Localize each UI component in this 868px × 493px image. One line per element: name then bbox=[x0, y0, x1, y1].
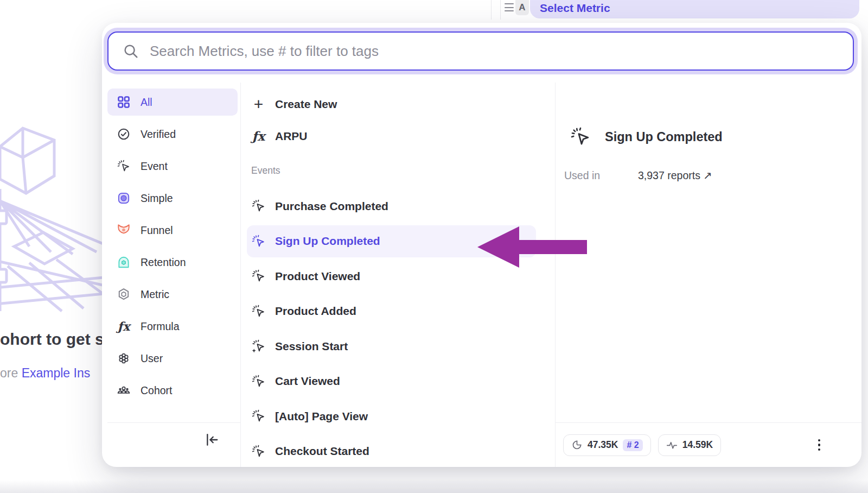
example-insights-link[interactable]: Example Ins bbox=[22, 366, 91, 380]
event-cursor-icon bbox=[251, 374, 266, 389]
sidebar-item-retention[interactable]: Retention bbox=[107, 249, 238, 276]
series-a-badge: A bbox=[515, 0, 529, 15]
page-bottom-fade bbox=[0, 480, 868, 493]
select-metric-button[interactable]: Select Metric bbox=[530, 0, 859, 18]
create-new-label: Create New bbox=[275, 98, 337, 111]
drag-handle-icon[interactable] bbox=[505, 3, 514, 11]
list-item-event-selected[interactable]: Sign Up Completed bbox=[247, 225, 536, 257]
list-item-arpu[interactable]: ƒx ARPU bbox=[247, 120, 536, 152]
list-item-event[interactable]: Purchase Completed bbox=[247, 190, 536, 222]
panel-border-line bbox=[500, 0, 501, 20]
formula-icon: ƒx bbox=[251, 129, 266, 143]
list-item-label: [Auto] Page View bbox=[275, 410, 368, 423]
background-illustration bbox=[0, 124, 110, 314]
sidebar-item-all[interactable]: All bbox=[107, 89, 238, 116]
stat-value: 47.35K bbox=[588, 439, 618, 451]
list-item-label: Purchase Completed bbox=[275, 200, 388, 213]
list-item-event[interactable]: Session Start bbox=[247, 330, 536, 362]
create-new-button[interactable]: + Create New bbox=[247, 88, 536, 120]
list-item-event[interactable]: Product Added bbox=[247, 295, 536, 327]
total-count-badge[interactable]: 47.35K # 2 bbox=[563, 434, 651, 456]
list-item-label: Cart Viewed bbox=[275, 375, 340, 388]
formula-icon: ƒx bbox=[117, 319, 131, 333]
sidebar-item-label: Simple bbox=[141, 192, 173, 205]
event-cursor-icon bbox=[251, 269, 266, 283]
list-item-label: Session Start bbox=[275, 340, 348, 353]
sidebar-item-event[interactable]: Event bbox=[107, 153, 238, 180]
pie-chart-icon bbox=[571, 439, 583, 451]
event-cursor-icon bbox=[570, 126, 591, 148]
sidebar-item-label: All bbox=[141, 96, 152, 109]
list-item-label: ARPU bbox=[275, 130, 308, 143]
list-item-event[interactable]: Checkout Started bbox=[247, 435, 536, 467]
plus-icon: + bbox=[251, 97, 266, 111]
list-item-label: Product Added bbox=[275, 305, 356, 318]
event-cursor-icon bbox=[251, 234, 266, 249]
metric-type-sidebar: All Verified Event Simple Funnel Retenti… bbox=[107, 89, 238, 409]
user-cluster-icon bbox=[117, 351, 131, 365]
search-input[interactable] bbox=[150, 43, 839, 60]
retention-icon bbox=[117, 255, 131, 269]
sidebar-item-formula[interactable]: ƒx Formula bbox=[107, 313, 238, 340]
sidebar-item-label: Funnel bbox=[141, 224, 173, 237]
external-link-icon: ↗ bbox=[703, 169, 712, 181]
sidebar-item-label: Event bbox=[141, 160, 168, 173]
sidebar-footer bbox=[107, 422, 240, 467]
details-title: Sign Up Completed bbox=[605, 130, 723, 144]
hexagon-metric-icon bbox=[117, 287, 131, 301]
sidebar-item-label: Verified bbox=[141, 128, 176, 141]
event-cursor-icon bbox=[251, 304, 266, 319]
sidebar-item-user[interactable]: User bbox=[107, 345, 238, 372]
background-heading: ohort to get s bbox=[0, 330, 102, 349]
event-cursor-icon bbox=[251, 409, 266, 424]
sidebar-item-metric[interactable]: Metric bbox=[107, 281, 238, 308]
event-cursor-icon bbox=[251, 199, 266, 213]
select-metric-popover: All Verified Event Simple Funnel Retenti… bbox=[102, 23, 861, 467]
event-cursor-star-icon bbox=[251, 339, 266, 353]
list-item-label: Sign Up Completed bbox=[275, 235, 380, 248]
sidebar-item-funnel[interactable]: Funnel bbox=[107, 217, 238, 244]
cohort-people-icon bbox=[117, 383, 131, 397]
funnel-icon bbox=[117, 223, 131, 237]
activity-pulse-icon bbox=[666, 439, 678, 451]
details-footer: 47.35K # 2 14.59K bbox=[555, 422, 861, 467]
collapse-sidebar-icon[interactable] bbox=[204, 432, 220, 448]
grid-icon bbox=[117, 95, 131, 109]
sidebar-item-label: Metric bbox=[141, 288, 169, 301]
background-subtext: ore Example Ins bbox=[0, 366, 102, 381]
sidebar-item-label: User bbox=[141, 352, 163, 365]
unique-count-badge[interactable]: 14.59K bbox=[658, 434, 721, 456]
metric-list: + Create New ƒx ARPU Events Purchase Com… bbox=[240, 83, 555, 467]
reports-link[interactable]: 3,937 reports ↗ bbox=[638, 169, 712, 182]
sidebar-item-cohort[interactable]: Cohort bbox=[107, 377, 238, 404]
events-section-header: Events bbox=[240, 161, 555, 180]
subtext-prefix: ore bbox=[0, 366, 22, 380]
app-screen: ohort to get s ore Example Ins A Select … bbox=[0, 0, 868, 493]
more-options-icon[interactable] bbox=[816, 437, 823, 453]
list-item-event[interactable]: Product Viewed bbox=[247, 260, 536, 292]
simple-metric-icon bbox=[117, 191, 131, 205]
sidebar-item-simple[interactable]: Simple bbox=[107, 185, 238, 212]
event-cursor-icon bbox=[117, 159, 131, 173]
event-rows: Purchase Completed Sign Up Completed Pro… bbox=[240, 180, 555, 467]
sidebar-item-verified[interactable]: Verified bbox=[107, 121, 238, 148]
panel-border-line bbox=[491, 0, 492, 20]
metric-details-panel: Sign Up Completed Used in 3,937 reports … bbox=[555, 83, 861, 467]
list-item-label: Product Viewed bbox=[275, 270, 360, 283]
sidebar-item-label: Retention bbox=[141, 256, 186, 269]
select-metric-label: Select Metric bbox=[540, 2, 610, 15]
list-item-event[interactable]: Cart Viewed bbox=[247, 365, 536, 397]
sidebar-item-label: Formula bbox=[141, 320, 180, 333]
used-in-label: Used in bbox=[564, 169, 600, 182]
search-box bbox=[107, 31, 854, 71]
search-icon bbox=[123, 43, 139, 59]
sidebar-item-label: Cohort bbox=[141, 384, 173, 397]
list-item-label: Checkout Started bbox=[275, 445, 369, 458]
event-cursor-icon bbox=[251, 444, 266, 459]
stat-value: 14.59K bbox=[682, 439, 713, 451]
list-item-event[interactable]: [Auto] Page View bbox=[247, 400, 536, 432]
rank-tag: # 2 bbox=[623, 439, 642, 451]
verified-badge-icon bbox=[117, 127, 131, 141]
